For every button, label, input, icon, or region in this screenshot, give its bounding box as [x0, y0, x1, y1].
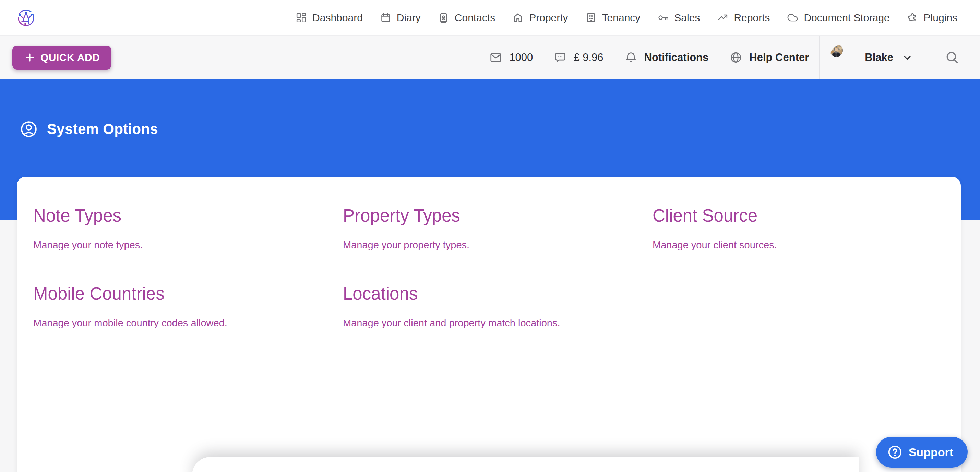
nav-label: Document Storage — [804, 12, 889, 24]
nav-item-document-storage[interactable]: Document Storage — [787, 12, 889, 24]
nav-item-sales[interactable]: Sales — [657, 12, 700, 24]
plus-icon — [24, 52, 36, 63]
notifications-button[interactable]: Notifications — [614, 36, 719, 79]
sms-balance-value: £ 9.96 — [574, 51, 603, 64]
offscreen-panel-shadow — [192, 457, 859, 472]
key-icon — [657, 12, 669, 23]
support-label: Support — [909, 446, 953, 459]
sms-bubble-icon — [554, 51, 567, 64]
user-avatar-photo — [830, 44, 843, 57]
options-grid: Note Types Manage your note types. Prope… — [17, 177, 961, 358]
search-icon — [945, 50, 959, 65]
top-nav-bar: Dashboard Diary Contacts — [0, 0, 980, 36]
email-credits-button[interactable]: 1000 — [479, 36, 543, 79]
nav-item-contacts[interactable]: Contacts — [438, 12, 495, 24]
quick-add-label: QUICK ADD — [40, 52, 100, 63]
nav-item-tenancy[interactable]: Tenancy — [585, 12, 641, 24]
system-options-card: Note Types Manage your note types. Prope… — [17, 177, 961, 472]
toolbar-status-group: 1000 £ 9.96 Notifications — [479, 36, 980, 79]
nav-item-plugins[interactable]: Plugins — [907, 12, 958, 24]
option-title-link[interactable]: Client Source — [652, 206, 944, 226]
user-avatar — [830, 44, 857, 71]
secondary-toolbar: QUICK ADD 1000 £ 9.96 — [0, 36, 980, 79]
email-credit-count: 1000 — [509, 51, 533, 64]
puzzle-icon — [907, 12, 918, 23]
option-note-types: Note Types Manage your note types. — [33, 206, 343, 251]
app-screen: Dashboard Diary Contacts — [0, 0, 980, 472]
page-title: System Options — [47, 121, 158, 137]
option-title-link[interactable]: Mobile Countries — [33, 284, 343, 304]
option-title-link[interactable]: Property Types — [343, 206, 652, 226]
chevron-down-icon — [901, 51, 914, 64]
calendar-icon — [380, 12, 391, 23]
brand-logo-icon[interactable] — [17, 9, 35, 27]
cloud-icon — [787, 12, 798, 23]
option-description: Manage your property types. — [343, 239, 652, 251]
bell-icon — [624, 51, 638, 64]
primary-navigation: Dashboard Diary Contacts — [296, 12, 958, 24]
sms-balance-button[interactable]: £ 9.96 — [543, 36, 613, 79]
nav-item-reports[interactable]: Reports — [717, 12, 770, 24]
user-name: Blake — [865, 51, 893, 64]
option-title-link[interactable]: Note Types — [33, 206, 343, 226]
option-client-source: Client Source Manage your client sources… — [652, 206, 944, 251]
option-locations: Locations Manage your client and propert… — [343, 284, 652, 329]
nav-label: Property — [529, 12, 568, 24]
option-description: Manage your client and property match lo… — [343, 318, 652, 329]
dashboard-grid-icon — [296, 12, 307, 23]
nav-label: Reports — [734, 12, 770, 24]
building-icon — [585, 12, 597, 23]
notifications-label: Notifications — [644, 51, 709, 64]
help-center-label: Help Center — [749, 51, 809, 64]
home-icon — [512, 12, 523, 23]
question-circle-icon — [887, 444, 903, 460]
search-button[interactable] — [924, 36, 980, 79]
contact-card-icon — [438, 12, 449, 23]
globe-icon — [729, 51, 742, 64]
nav-label: Diary — [397, 12, 421, 24]
nav-label: Tenancy — [602, 12, 641, 24]
nav-label: Contacts — [455, 12, 495, 24]
nav-label: Sales — [674, 12, 700, 24]
nav-label: Dashboard — [312, 12, 363, 24]
trend-up-icon — [717, 12, 728, 23]
support-button[interactable]: Support — [876, 437, 968, 467]
option-property-types: Property Types Manage your property type… — [343, 206, 652, 251]
user-menu-button[interactable]: Blake — [819, 36, 924, 79]
nav-item-property[interactable]: Property — [512, 12, 568, 24]
page-header-inner: System Options — [0, 79, 980, 138]
help-center-button[interactable]: Help Center — [719, 36, 819, 79]
option-description: Manage your client sources. — [652, 239, 944, 251]
option-description: Manage your note types. — [33, 239, 343, 251]
nav-label: Plugins — [924, 12, 958, 24]
option-description: Manage your mobile country codes allowed… — [33, 318, 343, 329]
nav-item-dashboard[interactable]: Dashboard — [296, 12, 363, 24]
option-mobile-countries: Mobile Countries Manage your mobile coun… — [33, 284, 343, 329]
nav-item-diary[interactable]: Diary — [380, 12, 421, 24]
mail-icon — [489, 51, 502, 64]
option-title-link[interactable]: Locations — [343, 284, 652, 304]
quick-add-button[interactable]: QUICK ADD — [12, 46, 111, 70]
user-circle-icon — [19, 120, 38, 138]
